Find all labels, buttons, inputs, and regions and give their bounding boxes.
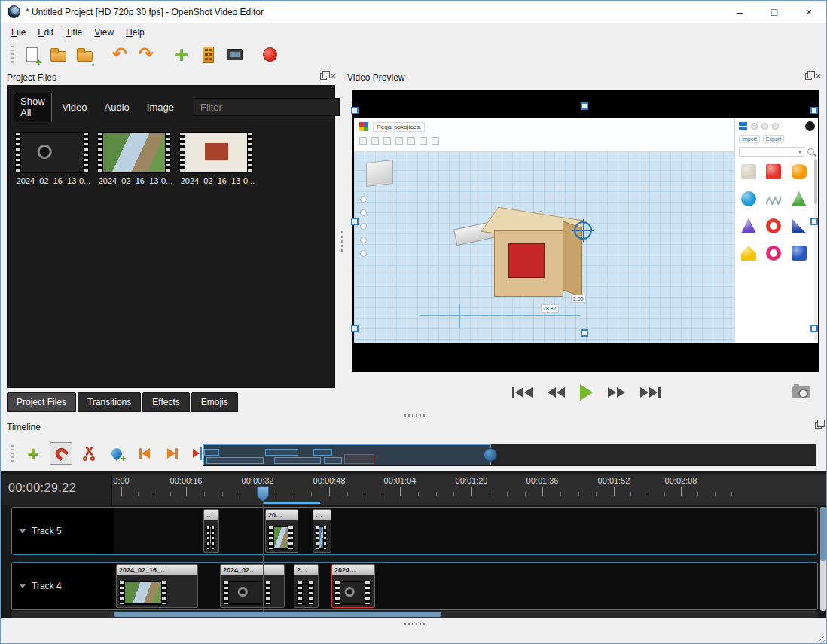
clip-thumbnail bbox=[297, 581, 314, 605]
tab-transitions[interactable]: Transitions bbox=[78, 392, 141, 412]
embedded-app-logo-icon bbox=[359, 122, 368, 131]
track-label[interactable]: Track 5 bbox=[12, 508, 114, 554]
filter-audio-button[interactable]: Audio bbox=[98, 99, 136, 116]
timeline-horizontal-scrollbar[interactable] bbox=[11, 611, 818, 618]
shape-scribble-icon bbox=[766, 191, 781, 206]
transform-handle[interactable] bbox=[810, 107, 818, 114]
transform-handle[interactable] bbox=[351, 325, 359, 332]
preview-splitter-handle[interactable] bbox=[404, 414, 426, 417]
sidebar-scrollbar bbox=[814, 159, 817, 340]
timeline-clip[interactable]: … bbox=[203, 509, 219, 553]
menu-title[interactable]: Title bbox=[60, 26, 88, 39]
clip-thumbnail bbox=[206, 526, 215, 550]
overview-viewport-handle[interactable] bbox=[484, 448, 497, 462]
next-marker-button[interactable] bbox=[161, 442, 184, 465]
tab-effects[interactable]: Effects bbox=[142, 392, 189, 412]
filter-image-button[interactable]: Image bbox=[140, 99, 181, 116]
save-project-button[interactable]: ↓ bbox=[73, 43, 96, 66]
overview-viewport[interactable] bbox=[203, 444, 491, 465]
undock-panel-icon[interactable] bbox=[320, 73, 327, 80]
timeline-clip[interactable]: 20… bbox=[265, 509, 298, 553]
transform-handle[interactable] bbox=[810, 218, 818, 225]
timeline-clip[interactable]: … bbox=[313, 509, 331, 553]
project-files-filter-bar: Show AllVideoAudioImage bbox=[8, 86, 334, 126]
add-marker-button[interactable]: + bbox=[105, 442, 128, 465]
search-icon bbox=[807, 148, 814, 155]
new-project-button[interactable]: + bbox=[20, 43, 43, 66]
clip-range-highlight bbox=[264, 502, 320, 504]
timeline-clip[interactable]: 2… bbox=[294, 564, 319, 608]
clip-title: … bbox=[313, 510, 331, 520]
timeline-clip[interactable]: 2024… bbox=[331, 564, 375, 608]
redo-button[interactable]: ↷ bbox=[135, 43, 157, 66]
embedded-app-viewcube bbox=[366, 160, 393, 187]
timeline-clip[interactable]: 2024_02… bbox=[220, 564, 285, 608]
titlebar: * Untitled Project [HD 720p 30 fps] - Op… bbox=[1, 1, 826, 23]
add-track-button[interactable]: + bbox=[22, 442, 44, 465]
fullscreen-button[interactable] bbox=[223, 43, 246, 66]
panel-splitter-handle[interactable] bbox=[341, 231, 343, 252]
vertical-scrollbar-handle[interactable] bbox=[820, 507, 826, 561]
timeline-splitter-handle[interactable] bbox=[404, 623, 426, 625]
jump-to-start-button[interactable] bbox=[510, 385, 535, 400]
menu-edit[interactable]: Edit bbox=[32, 26, 60, 39]
embedded-app-project-name: Regal pokojíces. bbox=[373, 122, 425, 132]
guide-line-horizontal bbox=[420, 315, 580, 316]
timeline-vertical-scrollbar[interactable] bbox=[820, 507, 826, 611]
shape-torus-icon bbox=[766, 246, 781, 261]
transport-controls bbox=[352, 379, 819, 406]
timeline-clip[interactable]: 2024_02_16_… bbox=[116, 564, 198, 608]
filter-input[interactable] bbox=[194, 98, 340, 116]
play-button[interactable] bbox=[578, 382, 595, 403]
project-file-item[interactable]: 2024_02_16_13-0... bbox=[179, 132, 256, 185]
project-file-item[interactable]: 2024_02_16_13-0... bbox=[15, 132, 92, 185]
filter-show-all-button[interactable]: Show All bbox=[14, 93, 52, 121]
project-file-item[interactable]: 2024_02_16_13-0... bbox=[97, 132, 174, 185]
playhead-line bbox=[263, 500, 264, 611]
ruler-time-label: 00:01:36 bbox=[526, 476, 559, 485]
video-preview-frame[interactable]: Regal pokojíces. 28.82 2.00 bbox=[352, 90, 819, 372]
close-button[interactable]: × bbox=[792, 1, 826, 23]
transform-handle[interactable] bbox=[351, 107, 359, 114]
export-video-button[interactable] bbox=[258, 43, 281, 66]
undock-preview-icon[interactable] bbox=[805, 73, 812, 80]
timeline-toolbar-grip bbox=[11, 445, 14, 462]
snapshot-camera-icon[interactable] bbox=[792, 386, 810, 398]
timeline-ruler[interactable]: 00:00:29,22 0:0000:00:1600:00:3200:00:48… bbox=[1, 474, 827, 505]
previous-marker-button[interactable] bbox=[133, 442, 156, 465]
fullscreen-icon bbox=[227, 49, 243, 60]
ruler-time-label: 00:00:16 bbox=[170, 476, 203, 485]
choose-profile-button[interactable] bbox=[197, 43, 219, 66]
transform-handle[interactable] bbox=[351, 218, 359, 225]
fast-forward-button[interactable] bbox=[606, 385, 627, 400]
timeline-zoom-slider[interactable] bbox=[203, 444, 816, 466]
rewind-button[interactable] bbox=[545, 385, 567, 400]
clip-title: 2024… bbox=[332, 565, 374, 575]
snapping-button[interactable] bbox=[50, 442, 72, 465]
jump-to-end-button[interactable] bbox=[638, 385, 663, 400]
filter-video-button[interactable]: Video bbox=[56, 99, 94, 116]
razor-button[interactable] bbox=[78, 442, 100, 465]
undock-timeline-icon[interactable] bbox=[815, 422, 822, 429]
transform-handle[interactable] bbox=[810, 325, 818, 332]
menu-help[interactable]: Help bbox=[120, 26, 151, 39]
add-media-button[interactable]: + bbox=[170, 43, 193, 66]
open-project-button[interactable] bbox=[47, 43, 69, 66]
tab-project-files[interactable]: Project Files bbox=[7, 392, 76, 412]
shape-cone-icon bbox=[741, 218, 756, 233]
transform-handle[interactable] bbox=[581, 329, 588, 337]
transform-handle[interactable] bbox=[581, 102, 588, 110]
minimize-button[interactable]: – bbox=[722, 1, 757, 23]
close-panel-icon[interactable]: × bbox=[331, 72, 336, 80]
current-time-box: 00:00:29,22 bbox=[1, 474, 112, 505]
menu-file[interactable]: File bbox=[5, 26, 32, 39]
track-label[interactable]: Track 4 bbox=[12, 563, 114, 609]
horizontal-scrollbar-handle[interactable] bbox=[114, 612, 441, 617]
shape-cube-icon bbox=[766, 164, 781, 179]
maximize-button[interactable]: □ bbox=[757, 1, 792, 23]
close-preview-icon[interactable]: × bbox=[816, 72, 821, 80]
window-resize-grip[interactable] bbox=[816, 633, 825, 642]
undo-button[interactable]: ↶ bbox=[108, 43, 131, 66]
menu-view[interactable]: View bbox=[88, 26, 120, 39]
tab-emojis[interactable]: Emojis bbox=[191, 392, 238, 412]
